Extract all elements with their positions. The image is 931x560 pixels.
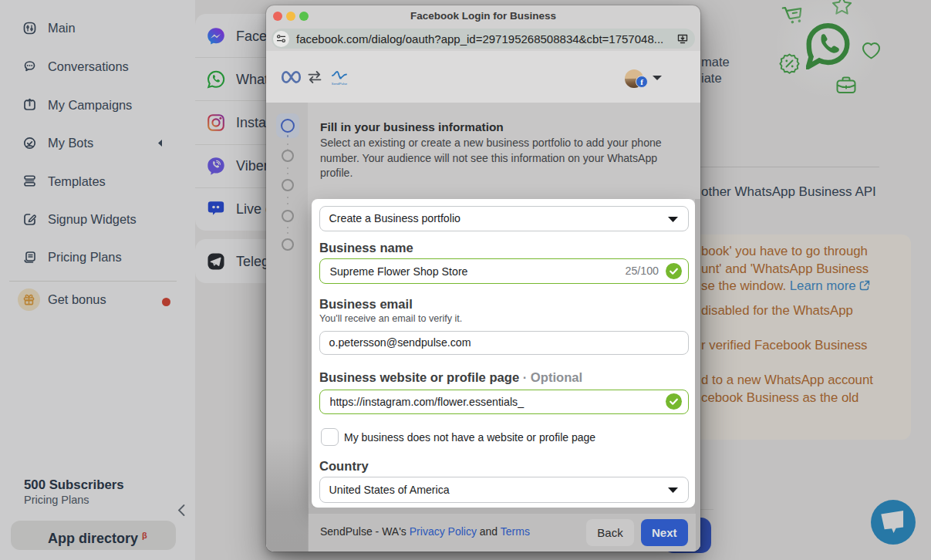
svg-text:SendPulse: SendPulse: [332, 82, 348, 86]
